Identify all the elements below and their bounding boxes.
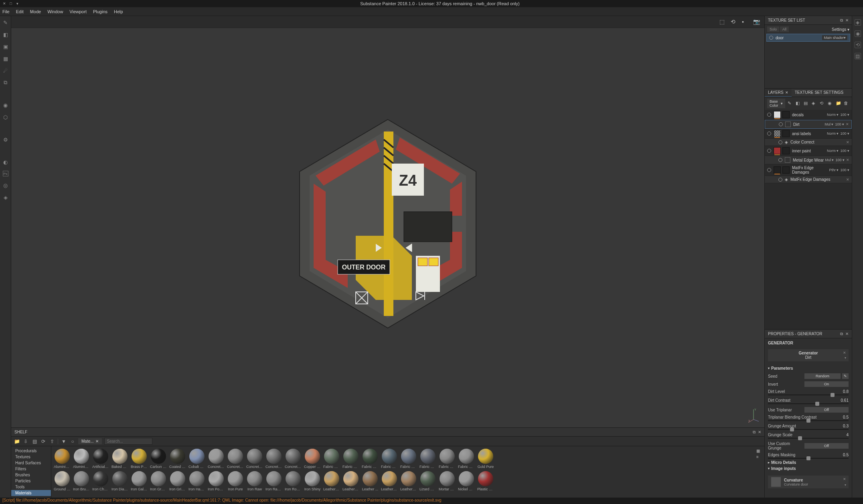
material-item[interactable]: Fabric Sui... — [458, 449, 475, 469]
material-item[interactable]: Iron Pure — [227, 471, 244, 491]
category-procedurals[interactable]: Procedurals — [11, 448, 51, 454]
remove-effect-icon[interactable]: ✕ — [846, 178, 849, 182]
blend-mode[interactable]: Pthr ▾ — [829, 168, 839, 172]
material-item[interactable]: Iron Grainy — [150, 471, 167, 491]
eraser-tool-icon[interactable]: ◧ — [2, 31, 9, 38]
display-settings-icon[interactable]: ◈ — [855, 19, 861, 26]
material-item[interactable]: Brass Pure — [131, 449, 148, 469]
add-smart-icon[interactable]: ⟲ — [820, 101, 825, 106]
material-item[interactable]: Fabric Ro... — [419, 449, 436, 469]
visibility-icon[interactable] — [767, 149, 771, 153]
menu-file[interactable]: File — [2, 9, 10, 14]
grunge-scale-slider[interactable] — [768, 438, 849, 439]
category-materials[interactable]: Materials — [11, 490, 51, 496]
folder-icon[interactable]: 📁 — [836, 101, 841, 106]
category-filters[interactable]: Filters — [11, 466, 51, 472]
camera-icon[interactable]: 📷 — [753, 18, 760, 26]
material-item[interactable]: Iron Diam... — [111, 471, 128, 491]
layer-effect-row[interactable]: Metal Edge WearMul ▾100 ▾✕ — [765, 156, 852, 164]
blend-mode[interactable]: Mul ▾ — [825, 158, 834, 162]
material-item[interactable]: Iron Raw ... — [265, 471, 282, 491]
micro-details-header[interactable]: ▸Micro Details — [768, 460, 849, 465]
import-icon[interactable]: ⇩ — [22, 438, 29, 445]
category-textures[interactable]: Textures — [11, 454, 51, 460]
dirt-contrast-slider[interactable] — [768, 403, 849, 404]
close-icon[interactable]: ✕ — [758, 430, 761, 435]
shelf-search-input[interactable] — [104, 438, 152, 445]
add-layer-icon[interactable]: ◈ — [812, 101, 817, 106]
layer-opacity[interactable]: 100 ▾ — [840, 168, 849, 172]
substance-icon[interactable]: ◈ — [2, 194, 9, 200]
material-item[interactable]: Iron Chai... — [92, 471, 109, 491]
shader-dropdown[interactable]: Main shader▾ — [822, 35, 847, 40]
polygon-fill-icon[interactable]: ⬡ — [2, 114, 9, 120]
visibility-icon[interactable] — [769, 36, 773, 40]
close-icon[interactable]: ✕ — [845, 332, 849, 336]
layer-effect-row[interactable]: DirtMul ▾100 ▾✕ — [765, 120, 852, 129]
parameters-header[interactable]: ▾Parameters — [768, 366, 849, 370]
tab-layers[interactable]: LAYERS✕ — [765, 89, 792, 97]
clear-curvature-icon[interactable]: ✕ — [843, 477, 846, 481]
filter-icon[interactable]: ▼ — [61, 438, 67, 445]
undock-icon[interactable]: ⧉ — [840, 18, 843, 23]
solo-button[interactable]: Solo — [767, 26, 779, 32]
remove-effect-icon[interactable]: ✕ — [846, 122, 849, 126]
clone-tool-icon[interactable]: ⧉ — [2, 79, 9, 86]
image-inputs-header[interactable]: ▾Image inputs — [768, 466, 849, 471]
shelf-tab-materials[interactable]: Mate... ✕ — [78, 438, 102, 444]
layers-icon[interactable]: ▤ — [31, 438, 38, 445]
blend-mode[interactable]: Norm ▾ — [827, 132, 839, 136]
material-item[interactable]: Leather B... — [342, 471, 359, 491]
add-effect-icon[interactable]: ✎ — [788, 101, 793, 106]
add-fill-icon[interactable]: ▤ — [804, 101, 809, 106]
folder-icon[interactable]: 📁 — [14, 438, 20, 445]
add-mask-icon[interactable]: ◧ — [796, 101, 801, 106]
grid-view-icon[interactable]: ▦ — [756, 449, 761, 453]
visibility-icon[interactable] — [767, 132, 771, 136]
material-item[interactable]: Cobalt Pure — [188, 449, 205, 469]
list-view-icon[interactable]: ≡ — [756, 455, 761, 459]
layer-opacity[interactable]: 100 ▾ — [835, 158, 845, 162]
viewport-3d[interactable]: Z4 OUTER DOOR — [11, 28, 764, 427]
material-item[interactable]: Iron Ham... — [188, 471, 205, 491]
material-item[interactable]: Concrete ... — [246, 449, 263, 469]
dirt-contrast-value[interactable]: 0.61 — [829, 398, 849, 403]
clear-generator-icon[interactable]: ✕ — [843, 351, 846, 355]
category-tools[interactable]: Tools — [11, 484, 51, 490]
material-item[interactable]: Carbon Fi... — [150, 449, 167, 469]
layer-opacity[interactable]: 100 ▾ — [840, 113, 849, 117]
random-button[interactable]: Random — [804, 373, 841, 379]
settings-dropdown[interactable]: Settings ▾ — [832, 27, 849, 32]
material-item[interactable]: Concrete ... — [265, 449, 282, 469]
visibility-icon[interactable] — [778, 158, 782, 162]
log-icon[interactable]: ▤ — [855, 53, 861, 59]
brush-tool-icon[interactable]: ✎ — [2, 19, 9, 26]
material-item[interactable]: Concrete ... — [285, 449, 302, 469]
material-item[interactable]: Aluminiu... — [73, 449, 90, 469]
use-custom-grunge-toggle[interactable]: Off — [804, 443, 849, 449]
triplanar-blend-slider[interactable] — [768, 420, 849, 421]
bake-icon[interactable]: ⚙ — [2, 136, 9, 143]
maximize-icon[interactable]: □ — [9, 2, 13, 6]
layer-effect-row[interactable]: ◈Color Correct✕ — [765, 139, 852, 146]
fill-tool-icon[interactable]: ▦ — [2, 55, 9, 62]
material-item[interactable]: Nickel Pure — [458, 471, 475, 491]
edit-seed-icon[interactable]: ✎ — [842, 373, 849, 379]
clear-filter-icon[interactable]: ○ — [69, 438, 76, 445]
visibility-icon[interactable] — [778, 140, 782, 144]
menu-edit[interactable]: Edit — [16, 9, 24, 14]
material-item[interactable]: Fabric Sof... — [439, 449, 456, 469]
delete-icon[interactable]: 🗑 — [844, 101, 849, 106]
material-item[interactable]: Iron Rough — [285, 471, 302, 491]
invert-toggle[interactable]: On — [804, 381, 849, 387]
undock-icon[interactable]: ⧉ — [753, 430, 756, 435]
blend-mode[interactable]: Norm ▾ — [827, 113, 839, 117]
material-item[interactable]: Iron Brus... — [73, 471, 90, 491]
material-item[interactable]: Leather R... — [381, 471, 398, 491]
photoshop-icon[interactable]: Ps — [3, 171, 8, 176]
material-item[interactable]: Aluminiu... — [54, 449, 71, 469]
projection-tool-icon[interactable]: ▣ — [2, 43, 9, 50]
video-icon[interactable]: ▪ — [742, 18, 749, 26]
generator-slot[interactable]: Generator Dirt ✕ ▾ — [768, 349, 849, 361]
export-icon[interactable]: ⇧ — [49, 438, 55, 445]
